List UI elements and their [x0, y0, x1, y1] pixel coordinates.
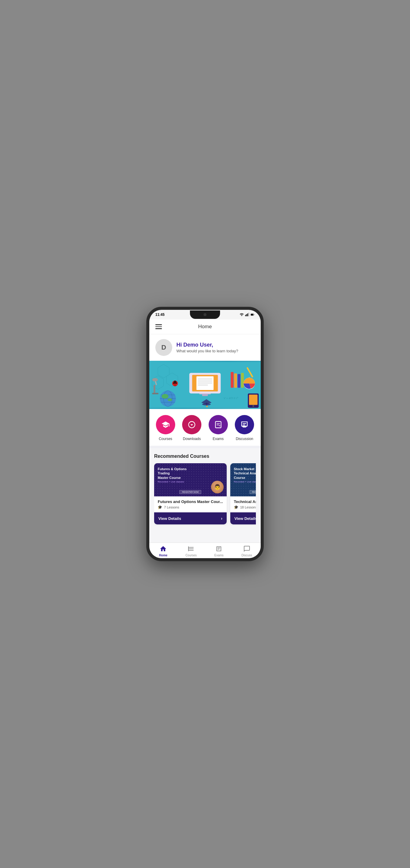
svg-rect-52: [215, 422, 221, 428]
svg-rect-15: [198, 378, 212, 379]
course-btn-label-1: View Details: [158, 516, 181, 521]
action-downloads-label: Downloads: [183, 437, 201, 441]
svg-rect-43: [249, 395, 258, 405]
avatar: D: [155, 339, 172, 356]
course-card-1[interactable]: Futures & OptionsTradingMaster Course Re…: [154, 463, 227, 524]
course-info-1: Futures and Options Master Cour... 🎓 7 L…: [154, 496, 227, 509]
course-btn-arrow-1: ›: [221, 516, 223, 521]
section-divider: [149, 446, 261, 448]
nav-item-courses[interactable]: Courses: [182, 545, 200, 557]
course-lessons-1: 🎓 7 Lessons: [158, 505, 223, 509]
course-thumb-tag-2: Recorded + Live classes: [234, 480, 256, 484]
nav-label-exams: Exams: [214, 554, 224, 557]
greeting-text: Hi Demo User, What would you like to lea…: [176, 342, 238, 353]
svg-rect-21: [238, 374, 240, 388]
course-thumb-text-1: Futures & OptionsTradingMaster Course Re…: [158, 467, 186, 484]
course-avatar-1: 👨: [211, 481, 224, 493]
svg-rect-1: [246, 314, 247, 316]
courses-icon-bg: [156, 415, 175, 434]
svg-rect-2: [247, 313, 248, 316]
discussion-icon: [240, 421, 249, 429]
course-card-2[interactable]: Stock MarketTechnical AnalysisCourse Rec…: [230, 463, 256, 524]
action-exams-label: Exams: [212, 437, 224, 441]
home-nav-icon: [160, 545, 167, 553]
action-courses[interactable]: Courses: [156, 415, 175, 441]
banner-illustration: V = 4/3 π r³: [149, 361, 261, 409]
svg-rect-3: [248, 313, 249, 316]
greeting-subtitle: What would you like to learn today?: [176, 349, 238, 353]
course-thumb-badge-1: REGISTER NOW: [179, 490, 201, 494]
section-title: Recommended Courses: [154, 454, 256, 459]
svg-point-30: [162, 394, 169, 398]
greeting-section: D Hi Demo User, What would you like to l…: [149, 334, 261, 361]
svg-rect-17: [198, 382, 212, 383]
status-bar: 11:45: [149, 310, 261, 319]
downloads-icon-bg: [182, 415, 201, 434]
courses-icon: [161, 421, 170, 429]
nav-item-discuss[interactable]: Discuss: [238, 545, 256, 557]
status-notch: [190, 310, 220, 319]
nav-item-home[interactable]: Home: [154, 545, 172, 557]
nav-label-home: Home: [159, 554, 167, 557]
banner: V = 4/3 π r³: [149, 361, 261, 409]
svg-point-39: [175, 382, 177, 384]
course-thumb-text-2: Stock MarketTechnical AnalysisCourse Rec…: [234, 467, 256, 484]
avatar-face-1: 👨: [211, 481, 224, 493]
svg-rect-32: [153, 385, 155, 393]
battery-icon: [250, 313, 255, 317]
bottom-nav: Home Courses Exams Discuss: [149, 542, 261, 558]
greeting-name: Hi Demo User,: [176, 342, 238, 348]
status-time: 11:45: [155, 313, 165, 317]
recommended-section: Recommended Courses Futures & OptionsTra…: [149, 448, 261, 529]
notch-camera: [204, 313, 206, 316]
svg-rect-19: [231, 372, 233, 388]
svg-point-38: [173, 382, 175, 384]
signal-icon: [245, 313, 249, 317]
svg-rect-22: [241, 373, 244, 388]
exams-nav-icon: [215, 545, 223, 553]
discussion-icon-bg: [235, 415, 254, 434]
svg-point-34: [152, 378, 158, 381]
svg-point-50: [167, 423, 168, 424]
course-thumb-tag-1: Recorded + Live classes: [158, 480, 186, 484]
lessons-icon-2: 🎓: [234, 505, 238, 509]
discuss-nav-icon: [243, 545, 250, 553]
lessons-count-1: 7 Lessons: [164, 505, 179, 509]
lessons-icon-1: 🎓: [158, 505, 162, 509]
svg-text:V = 4/3 π r³: V = 4/3 π r³: [224, 396, 238, 400]
svg-point-49: [206, 405, 208, 407]
nav-label-courses: Courses: [185, 554, 197, 557]
course-btn-2[interactable]: View Details ›: [230, 513, 256, 524]
header-title: Home: [198, 324, 212, 330]
action-discussion-label: Discussion: [236, 437, 253, 441]
quick-actions: Courses Downloads: [149, 409, 261, 446]
course-btn-1[interactable]: View Details ›: [154, 513, 227, 524]
app-content: Home D Hi Demo User, What would you like…: [149, 319, 261, 558]
hamburger-menu[interactable]: [155, 324, 162, 329]
courses-scroll: Futures & OptionsTradingMaster Course Re…: [154, 463, 256, 526]
course-thumbnail-1: Futures & OptionsTradingMaster Course Re…: [154, 463, 227, 496]
nav-item-exams[interactable]: Exams: [210, 545, 228, 557]
downloads-icon: [187, 421, 196, 429]
phone-frame: 11:45: [146, 307, 264, 561]
svg-rect-54: [243, 423, 246, 424]
svg-rect-35: [152, 393, 158, 395]
svg-rect-16: [198, 381, 212, 381]
action-courses-label: Courses: [159, 437, 172, 441]
course-thumbnail-2: Stock MarketTechnical AnalysisCourse Rec…: [230, 463, 256, 496]
course-name-1: Futures and Options Master Cour...: [158, 499, 223, 504]
header: Home: [149, 319, 261, 334]
action-discussion[interactable]: Discussion: [235, 415, 254, 441]
status-icons: [240, 313, 255, 317]
courses-nav-icon: [187, 545, 195, 553]
svg-rect-5: [251, 314, 253, 315]
wifi-icon: [240, 313, 244, 317]
svg-rect-18: [198, 384, 208, 385]
action-downloads[interactable]: Downloads: [182, 415, 201, 441]
svg-point-44: [252, 405, 254, 407]
svg-rect-11: [202, 394, 208, 396]
svg-rect-55: [243, 425, 245, 425]
action-exams[interactable]: Exams: [209, 415, 228, 441]
svg-point-31: [168, 398, 172, 401]
svg-rect-20: [234, 373, 237, 388]
